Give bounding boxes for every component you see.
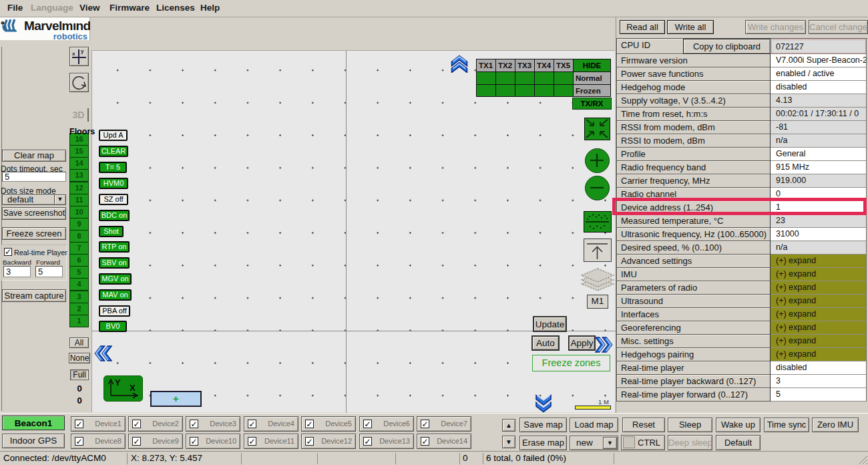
svg-text:x: x xyxy=(72,51,75,57)
svg-text:Y: Y xyxy=(115,377,121,388)
svg-text:X: X xyxy=(130,383,136,393)
svg-text:y: y xyxy=(81,48,84,54)
